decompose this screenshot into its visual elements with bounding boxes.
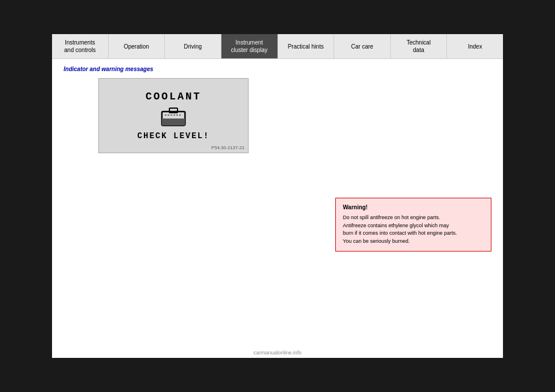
nav-label-instruments: Instruments and controls bbox=[64, 39, 95, 54]
nav-item-technical-data[interactable]: Technical data bbox=[391, 34, 447, 58]
nav-label-instrument-cluster: Instrument cluster display bbox=[231, 39, 268, 54]
coolant-title: COOLANT bbox=[146, 91, 202, 102]
warning-text: Do not spill antifreeze on hot engine pa… bbox=[343, 214, 484, 245]
navigation-bar: Instruments and controls Operation Drivi… bbox=[52, 34, 503, 59]
nav-label-driving: Driving bbox=[184, 43, 202, 50]
nav-item-driving[interactable]: Driving bbox=[165, 34, 221, 58]
warning-line-1: Do not spill antifreeze on hot engine pa… bbox=[343, 215, 441, 220]
watermark: carmanualonline.info bbox=[253, 350, 301, 356]
svg-rect-1 bbox=[162, 119, 185, 125]
nav-item-car-care[interactable]: Car care bbox=[334, 34, 391, 58]
warning-line-4: You can be seriously burned. bbox=[343, 238, 410, 244]
nav-label-technical-data: Technical data bbox=[406, 39, 431, 54]
warning-box: Warning! Do not spill antifreeze on hot … bbox=[335, 198, 491, 252]
nav-item-instruments[interactable]: Instruments and controls bbox=[52, 34, 109, 58]
page-container: Instruments and controls Operation Drivi… bbox=[52, 34, 503, 358]
warning-line-2: Antifreeze contains ethylene glycol whic… bbox=[343, 223, 449, 228]
nav-item-index[interactable]: Index bbox=[447, 34, 503, 58]
nav-label-car-care: Car care bbox=[351, 43, 373, 50]
warning-title: Warning! bbox=[343, 204, 484, 210]
coolant-check-label: CHECK LEVEL! bbox=[138, 131, 210, 140]
image-reference: P54.30-2137-21 bbox=[212, 145, 245, 150]
warning-line-3: burn if it comes into contact with hot e… bbox=[343, 230, 457, 236]
coolant-icon bbox=[159, 107, 188, 128]
nav-item-operation[interactable]: Operation bbox=[109, 34, 165, 58]
nav-item-instrument-cluster[interactable]: Instrument cluster display bbox=[221, 34, 278, 58]
section-heading: Indicator and warning messages bbox=[64, 66, 491, 72]
content-area: Indicator and warning messages COOLANT C… bbox=[52, 59, 503, 165]
nav-label-operation: Operation bbox=[124, 43, 149, 50]
nav-item-practical-hints[interactable]: Practical hints bbox=[278, 34, 335, 58]
nav-label-practical-hints: Practical hints bbox=[288, 43, 324, 50]
nav-label-index: Index bbox=[468, 43, 482, 50]
coolant-display-image: COOLANT CHECK LEVEL! P54.30-2137-21 bbox=[98, 78, 249, 153]
